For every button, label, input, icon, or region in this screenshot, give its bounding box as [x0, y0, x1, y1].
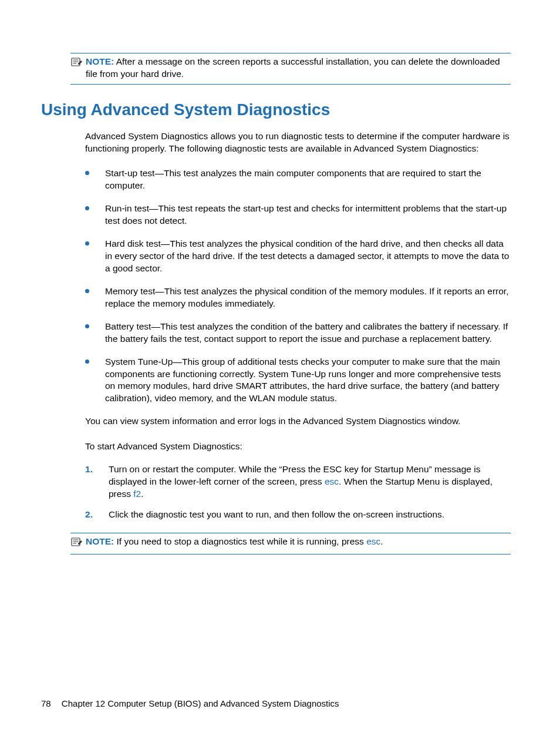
section-heading: Using Advanced System Diagnostics: [41, 99, 511, 121]
body-content: Advanced System Diagnostics allows you t…: [85, 130, 511, 521]
document-page: NOTE: After a message on the screen repo…: [0, 0, 560, 555]
page-footer: 78 Chapter 12 Computer Setup (BIOS) and …: [41, 698, 339, 710]
note-body: .: [380, 536, 383, 546]
note-box-bottom: NOTE: If you need to stop a diagnostics …: [70, 533, 511, 555]
steps-list: Turn on or restart the computer. While t…: [85, 463, 511, 521]
list-item: Start-up test—This test analyzes the mai…: [85, 167, 511, 192]
note-body: If you need to stop a diagnostics test w…: [117, 536, 367, 546]
note-text-top: NOTE: After a message on the screen repo…: [86, 56, 511, 80]
note-icon: [70, 56, 82, 70]
note-body: After a message on the screen reports a …: [86, 56, 500, 79]
key-f2: f2: [133, 489, 141, 499]
key-esc: esc: [366, 536, 380, 546]
list-item: Memory test—This test analyzes the physi…: [85, 285, 511, 310]
chapter-title: Chapter 12 Computer Setup (BIOS) and Adv…: [62, 698, 339, 708]
intro-paragraph: Advanced System Diagnostics allows you t…: [85, 130, 511, 155]
step-item: Click the diagnostic test you want to ru…: [85, 509, 511, 521]
list-item: System Tune-Up—This group of additional …: [85, 356, 511, 405]
note-label: NOTE:: [86, 536, 114, 546]
list-item: Battery test—This test analyzes the cond…: [85, 321, 511, 345]
after-list-paragraph: You can view system information and erro…: [85, 415, 511, 428]
note-icon: [70, 536, 82, 550]
list-item: Hard disk test—This test analyzes the ph…: [85, 238, 511, 275]
note-text-bottom: NOTE: If you need to stop a diagnostics …: [86, 536, 511, 548]
list-item: Run-in test—This test repeats the start-…: [85, 203, 511, 227]
step-text: .: [141, 489, 143, 499]
note-box-top: NOTE: After a message on the screen repo…: [70, 53, 511, 85]
note-label: NOTE:: [86, 56, 114, 66]
step-item: Turn on or restart the computer. While t…: [85, 463, 511, 500]
diagnostic-list: Start-up test—This test analyzes the mai…: [85, 167, 511, 405]
steps-intro: To start Advanced System Diagnostics:: [85, 441, 511, 453]
key-esc: esc: [325, 476, 339, 486]
page-number: 78: [41, 698, 51, 708]
